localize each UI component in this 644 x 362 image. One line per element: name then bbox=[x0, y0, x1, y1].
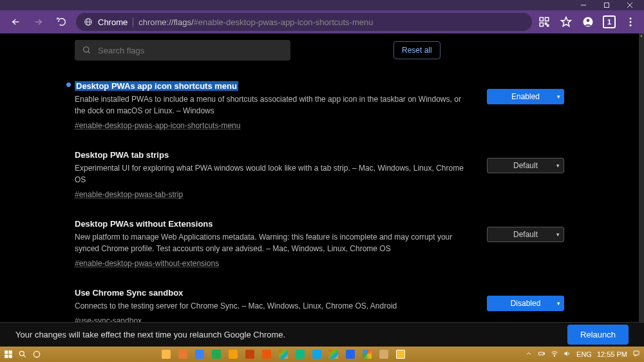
flag-row: Use Chrome Sync sandboxConnects to the t… bbox=[75, 287, 564, 322]
start-button[interactable] bbox=[4, 350, 13, 359]
flag-hash-link[interactable]: #enable-desktop-pwas-without-extensions bbox=[75, 259, 219, 268]
flag-description: New platform to manage Web Applications … bbox=[75, 231, 468, 254]
tray-notifications-icon[interactable] bbox=[632, 350, 640, 359]
taskbar-app-icon[interactable] bbox=[379, 350, 388, 359]
svg-rect-12 bbox=[545, 23, 547, 24]
svg-rect-24 bbox=[5, 355, 8, 358]
search-taskbar-icon[interactable] bbox=[18, 350, 27, 359]
flag-row: Desktop PWA tab stripsExperimental UI fo… bbox=[75, 149, 564, 200]
menu-kebab-icon[interactable] bbox=[623, 15, 638, 29]
svg-rect-11 bbox=[540, 23, 543, 26]
taskbar-app-icon[interactable] bbox=[262, 350, 271, 359]
reset-all-button[interactable]: Reset all bbox=[393, 41, 440, 59]
taskbar-app-icon[interactable] bbox=[245, 350, 254, 359]
taskbar-app-icon[interactable] bbox=[279, 350, 288, 359]
window-titlebar bbox=[0, 0, 644, 10]
search-flags-input[interactable] bbox=[75, 40, 290, 61]
flag-title: Use Chrome Sync sandbox bbox=[75, 288, 183, 298]
flag-title: Desktop PWA tab strips bbox=[75, 150, 169, 160]
flag-hash-link[interactable]: #enable-desktop-pwas-app-icon-shortcuts-… bbox=[75, 121, 240, 130]
svg-point-26 bbox=[19, 351, 24, 356]
flag-description: Connects to the testing server for Chrom… bbox=[75, 300, 468, 312]
modified-dot-icon bbox=[66, 82, 71, 87]
chevron-down-icon: ▾ bbox=[557, 93, 560, 100]
relaunch-bar: Your changes will take effect the next t… bbox=[0, 322, 644, 347]
profile-icon[interactable] bbox=[581, 15, 595, 29]
flag-dropdown[interactable]: Default▾ bbox=[487, 158, 564, 173]
svg-rect-1 bbox=[605, 3, 609, 8]
svg-point-18 bbox=[630, 21, 632, 23]
svg-line-21 bbox=[88, 52, 90, 53]
taskbar-app-icon[interactable] bbox=[212, 350, 221, 359]
flag-row: Desktop PWAs without ExtensionsNew platf… bbox=[75, 218, 564, 269]
flag-title: Desktop PWAs without Extensions bbox=[75, 219, 213, 229]
back-button[interactable] bbox=[6, 13, 24, 31]
tray-battery-icon[interactable] bbox=[538, 350, 545, 359]
chrome-globe-icon bbox=[84, 17, 93, 26]
flag-dropdown-value: Enabled bbox=[511, 92, 540, 101]
tray-volume-icon[interactable] bbox=[564, 350, 571, 359]
relaunch-button[interactable]: Relaunch bbox=[567, 325, 629, 345]
taskbar-app-icon[interactable] bbox=[162, 350, 171, 359]
flag-dropdown-value: Disabled bbox=[511, 299, 541, 308]
chevron-down-icon: ▾ bbox=[556, 162, 560, 169]
flag-dropdown[interactable]: Disabled▾ bbox=[487, 296, 564, 311]
browser-toolbar: Chrome chrome://flags/#enable-desktop-pw… bbox=[0, 10, 644, 33]
address-site-label: Chrome bbox=[98, 17, 133, 27]
svg-rect-22 bbox=[5, 350, 8, 354]
svg-point-31 bbox=[554, 356, 555, 357]
flag-hash-link[interactable]: #use-sync-sandbox bbox=[75, 316, 142, 322]
chevron-down-icon: ▾ bbox=[557, 300, 560, 307]
tab-count-button[interactable]: 1 bbox=[603, 15, 616, 28]
flag-hash-link[interactable]: #enable-desktop-pwas-tab-strip bbox=[75, 190, 183, 199]
flag-dropdown[interactable]: Enabled▾ bbox=[487, 89, 564, 104]
search-icon bbox=[82, 46, 91, 55]
taskbar-app-icon[interactable] bbox=[296, 350, 305, 359]
tray-chevron-icon[interactable] bbox=[525, 350, 533, 359]
close-button[interactable] bbox=[618, 0, 641, 10]
tray-language[interactable]: ENG bbox=[576, 350, 592, 358]
svg-point-17 bbox=[630, 17, 632, 19]
taskbar-app-icon[interactable] bbox=[396, 350, 405, 359]
flag-description: Enable installed PWAs to include a menu … bbox=[75, 93, 468, 117]
taskbar-app-icon[interactable] bbox=[363, 350, 372, 359]
bookmark-star-icon[interactable] bbox=[559, 15, 573, 29]
flag-dropdown[interactable]: Default▾ bbox=[487, 227, 564, 242]
svg-rect-25 bbox=[9, 355, 12, 358]
flag-dropdown-value: Default bbox=[513, 161, 538, 170]
svg-point-19 bbox=[630, 24, 632, 26]
taskbar-app-icon[interactable] bbox=[229, 350, 238, 359]
flag-description: Experimental UI for exploring what PWA w… bbox=[75, 162, 468, 186]
svg-rect-10 bbox=[545, 17, 549, 21]
taskbar-app-icon[interactable] bbox=[346, 350, 355, 359]
svg-rect-30 bbox=[544, 353, 545, 354]
svg-point-16 bbox=[587, 19, 590, 22]
qr-icon[interactable] bbox=[537, 15, 551, 29]
minimize-button[interactable] bbox=[572, 0, 595, 10]
svg-rect-13 bbox=[547, 25, 549, 26]
address-bar[interactable]: Chrome chrome://flags/#enable-desktop-pw… bbox=[76, 13, 532, 31]
svg-rect-23 bbox=[9, 350, 12, 354]
svg-point-28 bbox=[33, 351, 39, 357]
svg-rect-9 bbox=[540, 17, 543, 21]
system-tray: ENG 12:55 PM bbox=[525, 350, 640, 359]
search-input-field[interactable] bbox=[98, 46, 283, 55]
vertical-scrollbar[interactable] bbox=[639, 33, 644, 322]
tray-clock[interactable]: 12:55 PM bbox=[597, 350, 627, 358]
flag-title: Desktop PWAs app icon shortcuts menu bbox=[75, 81, 238, 91]
svg-line-27 bbox=[23, 355, 25, 357]
svg-marker-14 bbox=[562, 17, 571, 26]
reload-button[interactable] bbox=[53, 13, 71, 31]
maximize-button[interactable] bbox=[595, 0, 618, 10]
taskbar-app-icon[interactable] bbox=[329, 350, 338, 359]
svg-point-20 bbox=[84, 47, 89, 52]
tray-wifi-icon[interactable] bbox=[551, 350, 558, 359]
svg-rect-33 bbox=[634, 351, 639, 355]
address-url: chrome://flags/#enable-desktop-pwas-app-… bbox=[138, 17, 373, 27]
taskbar-app-icon[interactable] bbox=[195, 350, 204, 359]
forward-button[interactable] bbox=[30, 13, 48, 31]
page-content: Reset all Desktop PWAs app icon shortcut… bbox=[0, 33, 639, 322]
cortana-icon[interactable] bbox=[32, 350, 41, 359]
taskbar-app-icon[interactable] bbox=[312, 350, 321, 359]
taskbar-app-icon[interactable] bbox=[178, 350, 187, 359]
